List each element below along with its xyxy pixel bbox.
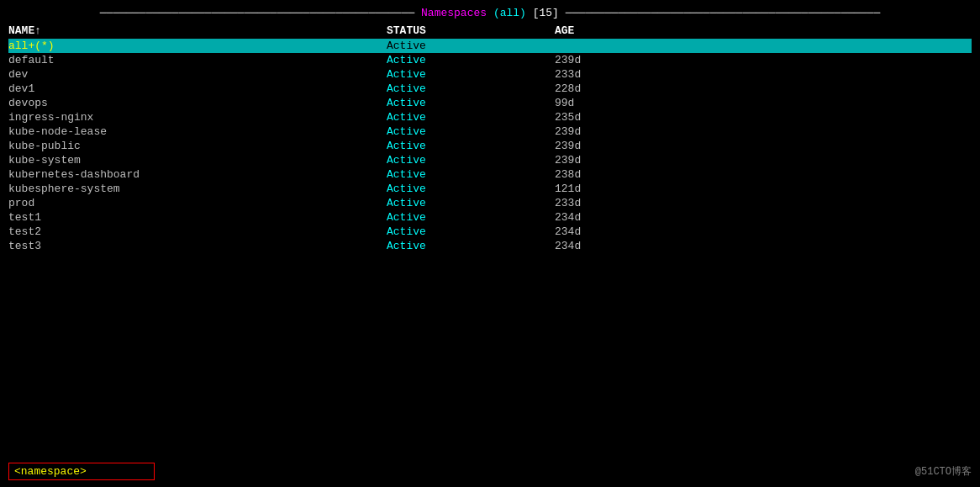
title-all: (all)	[493, 7, 526, 19]
row-name: devops	[8, 97, 387, 109]
row-status: Active	[387, 197, 555, 209]
col-header-name: NAME↑	[8, 24, 387, 37]
row-status: Active	[387, 168, 555, 181]
row-status: Active	[387, 140, 555, 152]
header-status-label: STATUS	[387, 24, 426, 37]
table-row[interactable]: kubernetes-dashboardActive238d	[8, 167, 972, 182]
row-name: kube-node-lease	[8, 125, 387, 138]
table-row[interactable]: defaultActive239d	[8, 53, 972, 67]
header-name-label: NAME↑	[8, 24, 41, 37]
row-status: Active	[387, 68, 555, 81]
namespace-input[interactable]	[8, 463, 155, 480]
main-container: ────────────────────────────────────────…	[0, 0, 980, 487]
table-row[interactable]: kube-systemActive239d	[8, 153, 972, 167]
row-age: 235d	[555, 111, 807, 124]
row-status: Active	[387, 211, 555, 224]
row-age: 238d	[555, 168, 807, 181]
row-status: Active	[387, 111, 555, 124]
table-header: NAME↑ STATUS AGE	[8, 23, 972, 39]
title-dash-left: ────────────────────────────────────────…	[100, 7, 414, 19]
row-age: 239d	[555, 154, 807, 167]
row-name: all+(*)	[8, 40, 387, 52]
table-row[interactable]: test1Active234d	[8, 210, 972, 225]
row-age: 234d	[555, 211, 807, 224]
row-age: 228d	[555, 82, 807, 95]
table-row[interactable]: devActive233d	[8, 67, 972, 82]
table-container: NAME↑ STATUS AGE all+(*)ActivedefaultAct…	[0, 23, 980, 253]
table-row[interactable]: all+(*)Active	[8, 39, 972, 53]
title-count: [15]	[533, 7, 559, 19]
table-row[interactable]: ingress-nginxActive235d	[8, 110, 972, 124]
row-age: 234d	[555, 225, 807, 238]
row-status: Active	[387, 125, 555, 138]
row-name: test1	[8, 211, 387, 224]
row-status: Active	[387, 40, 555, 52]
row-name: kubernetes-dashboard	[8, 168, 387, 181]
row-name: test3	[8, 240, 387, 252]
row-age: 234d	[555, 240, 807, 252]
row-name: ingress-nginx	[8, 111, 387, 124]
row-age: 121d	[555, 183, 807, 195]
row-status: Active	[387, 154, 555, 167]
row-age: 239d	[555, 125, 807, 138]
row-name: dev	[8, 68, 387, 81]
table-row[interactable]: kube-node-leaseActive239d	[8, 124, 972, 139]
row-status: Active	[387, 183, 555, 195]
table-rows: all+(*)ActivedefaultActive239ddevActive2…	[8, 39, 972, 253]
bottom-bar: @51CTO博客	[8, 463, 972, 480]
table-row[interactable]: kube-publicActive239d	[8, 139, 972, 153]
row-age: 239d	[555, 54, 807, 66]
row-name: dev1	[8, 82, 387, 95]
row-age: 233d	[555, 68, 807, 81]
row-name: kube-public	[8, 140, 387, 152]
table-row[interactable]: dev1Active228d	[8, 82, 972, 96]
row-age: 233d	[555, 197, 807, 209]
row-name: kube-system	[8, 154, 387, 167]
table-row[interactable]: kubesphere-systemActive121d	[8, 182, 972, 196]
watermark: @51CTO博客	[915, 464, 972, 479]
title-dash-right: ────────────────────────────────────────…	[566, 7, 880, 19]
table-row[interactable]: test2Active234d	[8, 225, 972, 239]
table-row[interactable]: devopsActive99d	[8, 96, 972, 110]
row-age: 99d	[555, 97, 807, 109]
row-status: Active	[387, 54, 555, 66]
row-age: 239d	[555, 140, 807, 152]
row-name: default	[8, 54, 387, 66]
row-name: kubesphere-system	[8, 183, 387, 195]
row-name: test2	[8, 225, 387, 238]
row-name: prod	[8, 197, 387, 209]
header-age-label: AGE	[555, 24, 574, 37]
row-status: Active	[387, 240, 555, 252]
table-row[interactable]: test3Active234d	[8, 239, 972, 253]
row-status: Active	[387, 225, 555, 238]
row-status: Active	[387, 82, 555, 95]
row-status: Active	[387, 97, 555, 109]
row-age	[555, 40, 807, 52]
table-row[interactable]: prodActive233d	[8, 196, 972, 210]
title-bar: ────────────────────────────────────────…	[0, 7, 980, 19]
title-label: Namespaces	[421, 7, 487, 19]
col-header-status: STATUS	[387, 24, 555, 37]
col-header-age: AGE	[555, 24, 807, 37]
